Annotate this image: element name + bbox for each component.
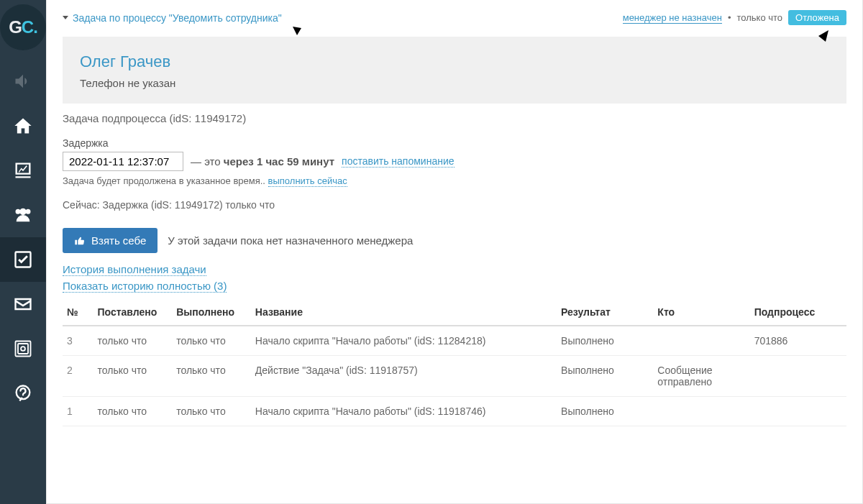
header: Задача по процессу "Уведомить сотрудника… (63, 7, 846, 31)
bullet: • (728, 12, 731, 23)
nav-mail-icon[interactable] (0, 282, 46, 326)
nav-safe-icon[interactable] (0, 326, 46, 371)
table-row: 2только чтотолько чтоДействие "Задача" (… (63, 356, 846, 397)
caret-down-icon[interactable] (63, 16, 68, 19)
nav-users-icon[interactable] (0, 193, 46, 237)
th-posted: Поставлено (93, 299, 173, 326)
thumbs-up-icon (74, 235, 86, 247)
history-table: № Поставлено Выполнено Название Результа… (63, 299, 846, 426)
table-row: 1только чтотолько чтоНачало скрипта "Нач… (63, 397, 846, 426)
header-time: только что (736, 12, 782, 23)
subprocess-line: Задача подпроцесса (idS: 11949172) (63, 112, 846, 124)
logo[interactable]: GC. (0, 4, 46, 50)
show-full-link[interactable]: Показать историю полностью (3) (63, 280, 227, 293)
th-n: № (63, 299, 93, 326)
th-result: Результат (557, 299, 653, 326)
nav-home-icon[interactable] (0, 104, 46, 148)
nav-chat-icon[interactable] (0, 371, 46, 416)
delay-note: Задача будет продолжена в указанное врем… (63, 175, 846, 186)
status-badge: Отложена (788, 10, 846, 25)
th-who: Кто (653, 299, 749, 326)
manager-link[interactable]: менеджер не назначен (623, 12, 722, 24)
page-title-link[interactable]: Задача по процессу "Уведомить сотрудника… (73, 12, 282, 24)
reminder-link[interactable]: поставить напоминание (342, 155, 454, 168)
now-line: Сейчас: Задержка (idS: 11949172) только … (63, 199, 846, 211)
nav-chart-icon[interactable] (0, 148, 46, 193)
sidebar: GC. (0, 0, 46, 504)
take-button[interactable]: Взять себе (63, 228, 157, 253)
delay-input[interactable] (63, 152, 183, 171)
th-name: Название (251, 299, 557, 326)
th-done: Выполнено (172, 299, 251, 326)
nav-check-icon[interactable] (0, 237, 46, 282)
main: Задача по процессу "Уведомить сотрудника… (46, 0, 863, 504)
contact-name[interactable]: Олег Грачев (80, 52, 829, 71)
delay-label: Задержка (63, 137, 846, 149)
run-now-link[interactable]: выполнить сейчас (268, 175, 347, 187)
contact-phone: Телефон не указан (80, 77, 829, 89)
svg-point-3 (21, 347, 25, 351)
table-row: 3только чтотолько чтоНачало скрипта "Нач… (63, 326, 846, 356)
nav-sound-icon[interactable] (0, 59, 46, 104)
th-sub: Подпроцесс (750, 299, 846, 326)
delay-info: — это через 1 час 59 минут (191, 155, 334, 168)
contact-card: Олег Грачев Телефон не указан (63, 37, 846, 104)
svg-rect-2 (18, 344, 28, 354)
take-text: У этой задачи пока нет назначенного мене… (168, 234, 413, 247)
history-link[interactable]: История выполнения задачи (63, 263, 206, 276)
